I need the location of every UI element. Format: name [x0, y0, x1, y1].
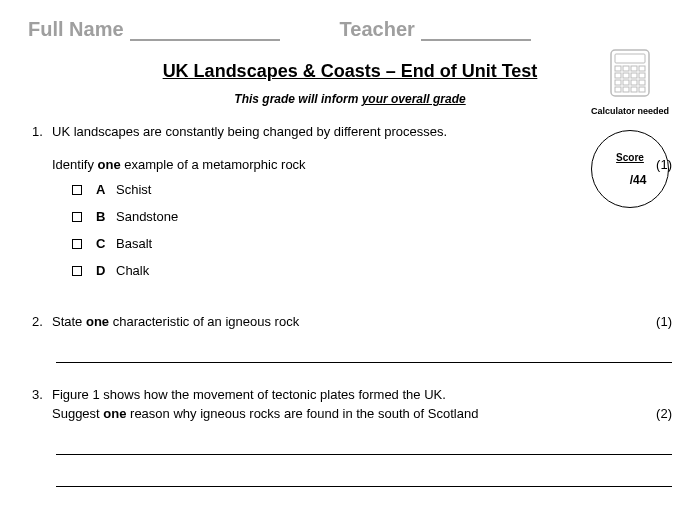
q2-marks: (1)	[632, 314, 672, 329]
svg-rect-8	[631, 73, 637, 78]
score-total: /44	[630, 173, 647, 187]
q2-prompt: State one characteristic of an igneous r…	[52, 314, 299, 329]
header-row: Full Name Teacher	[28, 18, 672, 41]
q2-number: 2.	[32, 314, 52, 329]
svg-rect-7	[623, 73, 629, 78]
q1-number: 1.	[32, 124, 52, 290]
full-name-line[interactable]	[130, 21, 280, 41]
svg-rect-5	[639, 66, 645, 71]
svg-rect-3	[623, 66, 629, 71]
svg-rect-16	[631, 87, 637, 92]
teacher-field[interactable]: Teacher	[340, 18, 531, 41]
q1-options: A Schist B Sandstone C Basalt D Chalk	[72, 182, 672, 278]
q1-optA-letter: A	[96, 182, 116, 197]
q3-answer-line-1[interactable]	[56, 429, 672, 455]
q1-prompt-post: example of a metamorphic rock	[121, 157, 306, 172]
checkbox-icon[interactable]	[72, 212, 82, 222]
checkbox-icon[interactable]	[72, 239, 82, 249]
q2-answer-line[interactable]	[56, 337, 672, 363]
calculator-icon	[609, 48, 651, 98]
q1-optD-letter: D	[96, 263, 116, 278]
q1-optC-text: Basalt	[116, 236, 152, 251]
questions: 1. UK landscapes are constantly being ch…	[28, 124, 672, 487]
q1-optC-letter: C	[96, 236, 116, 251]
svg-rect-17	[639, 87, 645, 92]
q3-answer-line-2[interactable]	[56, 461, 672, 487]
score-label: Score	[616, 152, 644, 163]
q3-line2-post: reason why igneous rocks are found in th…	[126, 406, 478, 421]
q3-line2-bold: one	[103, 406, 126, 421]
page-title: UK Landscapes & Coasts – End of Unit Tes…	[28, 61, 672, 82]
question-3: 3. Figure 1 shows how the movement of te…	[32, 387, 672, 421]
svg-rect-4	[631, 66, 637, 71]
q1-optD-text: Chalk	[116, 263, 149, 278]
svg-rect-11	[623, 80, 629, 85]
page-subtitle: This grade will inform your overall grad…	[28, 92, 672, 106]
svg-rect-9	[639, 73, 645, 78]
q3-line1: Figure 1 shows how the movement of tecto…	[52, 387, 672, 402]
q1-prompt: Identify one example of a metamorphic ro…	[52, 157, 306, 172]
question-2: 2. State one characteristic of an igneou…	[32, 314, 672, 329]
svg-rect-6	[615, 73, 621, 78]
q1-prompt-pre: Identify	[52, 157, 98, 172]
score-circle: Score /44	[591, 130, 669, 208]
svg-rect-1	[615, 54, 645, 63]
subtitle-ul: your overall grade	[362, 92, 466, 106]
checkbox-icon[interactable]	[72, 266, 82, 276]
q3-marks: (2)	[632, 406, 672, 421]
q1-optB-letter: B	[96, 209, 116, 224]
q2-prompt-pre: State	[52, 314, 86, 329]
q1-prompt-bold: one	[98, 157, 121, 172]
svg-rect-15	[623, 87, 629, 92]
teacher-label: Teacher	[340, 18, 415, 41]
checkbox-icon[interactable]	[72, 185, 82, 195]
sidebar: Calculator needed Score /44	[586, 48, 674, 208]
q1-option-a[interactable]: A Schist	[72, 182, 672, 197]
q1-option-d[interactable]: D Chalk	[72, 263, 672, 278]
question-1: 1. UK landscapes are constantly being ch…	[32, 124, 672, 290]
full-name-field[interactable]: Full Name	[28, 18, 280, 41]
q1-option-c[interactable]: C Basalt	[72, 236, 672, 251]
teacher-line[interactable]	[421, 21, 531, 41]
q3-line2: Suggest one reason why igneous rocks are…	[52, 406, 478, 421]
q2-prompt-post: characteristic of an igneous rock	[109, 314, 299, 329]
calculator-label: Calculator needed	[586, 106, 674, 116]
svg-rect-2	[615, 66, 621, 71]
q1-optB-text: Sandstone	[116, 209, 178, 224]
subtitle-pre: This grade will inform	[234, 92, 361, 106]
q1-intro: UK landscapes are constantly being chang…	[52, 124, 672, 139]
q3-line2-pre: Suggest	[52, 406, 103, 421]
svg-rect-12	[631, 80, 637, 85]
full-name-label: Full Name	[28, 18, 124, 41]
q1-option-b[interactable]: B Sandstone	[72, 209, 672, 224]
q1-optA-text: Schist	[116, 182, 151, 197]
q3-number: 3.	[32, 387, 52, 421]
q2-prompt-bold: one	[86, 314, 109, 329]
svg-rect-14	[615, 87, 621, 92]
svg-rect-10	[615, 80, 621, 85]
svg-rect-13	[639, 80, 645, 85]
